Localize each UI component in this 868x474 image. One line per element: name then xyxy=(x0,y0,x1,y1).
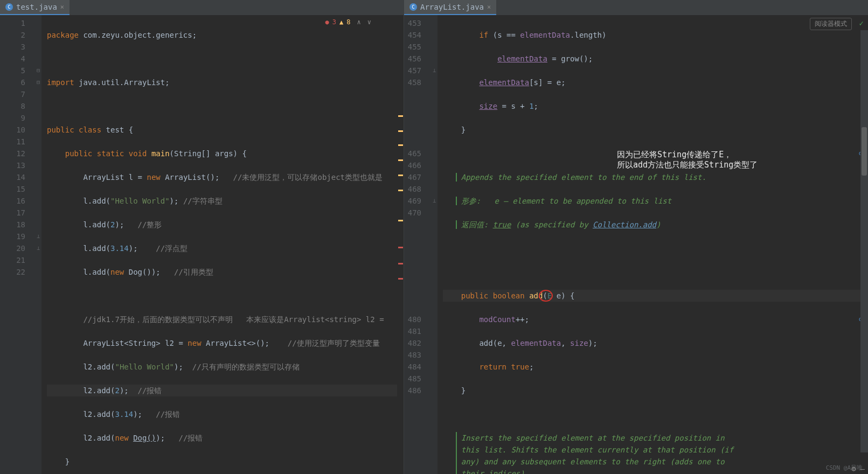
fold-gutter[interactable]: ⊟⊟ ⊥⊥ xyxy=(35,15,41,474)
annotation-circle xyxy=(539,290,553,302)
close-icon[interactable]: × xyxy=(487,3,491,11)
left-error-stripe[interactable] xyxy=(397,15,404,474)
tab-test-java[interactable]: C test.java × xyxy=(0,0,70,15)
right-tabs: C ArrayList.java × xyxy=(404,0,868,15)
right-editor-pane: C ArrayList.java × 阅读器模式 ✓ 453 454 455 4… xyxy=(404,0,868,474)
settings-icon[interactable]: ⚙ xyxy=(851,464,856,473)
tab-label: ArrayList.java xyxy=(420,3,484,11)
right-editor[interactable]: 453 454 455 456 457 458 465 466 467 468 … xyxy=(404,15,868,474)
left-tabs: C test.java × xyxy=(0,0,404,15)
status-bar-icons[interactable]: ⚙ — xyxy=(851,464,865,473)
java-class-icon: C xyxy=(409,3,417,11)
right-gutter[interactable]: 453 454 455 456 457 458 465 466 467 468 … xyxy=(404,15,431,474)
left-code[interactable]: package com.zeyu.object.generics; import… xyxy=(41,15,397,474)
right-fold-gutter[interactable]: ⊥ o↓ ⊥ o↓ xyxy=(431,15,438,474)
tab-label: test.java xyxy=(16,3,57,11)
java-class-icon: C xyxy=(5,3,13,11)
right-code[interactable]: if (s == elementData.length) elementData… xyxy=(438,15,868,474)
annotation-text: 因为已经将String传递给了E， 所以add方法也只能接受String类型了 xyxy=(617,150,758,170)
close-icon[interactable]: × xyxy=(60,3,64,11)
left-gutter[interactable]: 1 2 3 4 5 6 7 8 9 10 11 12 13 14 15 16 1… xyxy=(0,15,35,474)
scrollbar-thumb[interactable] xyxy=(862,127,867,176)
javadoc-block: Appends the specified element to the end… xyxy=(456,173,706,182)
javadoc-block: Inserts the specified element at the spe… xyxy=(456,432,747,474)
left-editor-pane: C test.java × ●3 ▲8 ∧ ∨ 1 2 3 4 5 6 7 8 … xyxy=(0,0,404,474)
left-editor[interactable]: ●3 ▲8 ∧ ∨ 1 2 3 4 5 6 7 8 9 10 11 12 13 … xyxy=(0,15,404,474)
tab-arraylist-java[interactable]: C ArrayList.java × xyxy=(404,0,496,15)
right-scrollbar[interactable] xyxy=(860,30,868,452)
ide-split-container: C test.java × ●3 ▲8 ∧ ∨ 1 2 3 4 5 6 7 8 … xyxy=(0,0,868,474)
menu-icon[interactable]: — xyxy=(860,464,865,473)
